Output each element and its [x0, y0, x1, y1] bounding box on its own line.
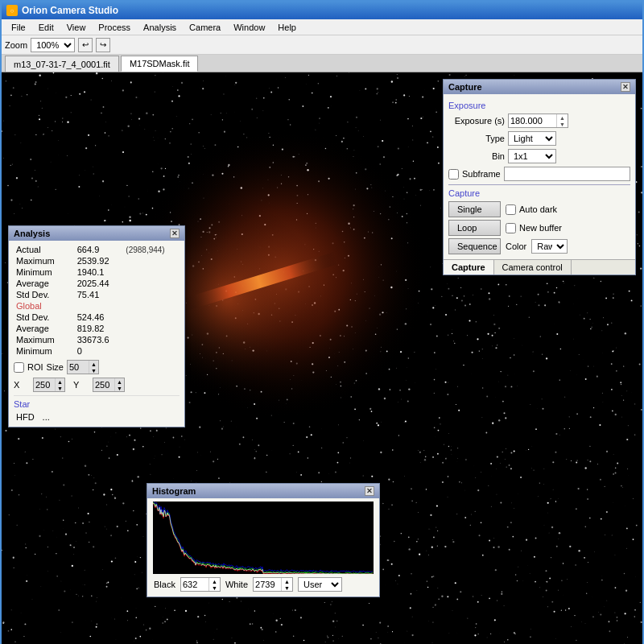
- roi-size-down[interactable]: ▼: [89, 367, 98, 374]
- analysis-panel-close[interactable]: ✕: [170, 229, 180, 238]
- white-spin[interactable]: ▲ ▼: [253, 577, 293, 592]
- sequence-row: Sequence Color Raw RGB R G B: [448, 238, 630, 254]
- histogram-panel: Histogram ✕ Black ▲ ▼ White: [147, 483, 380, 597]
- roi-xy-row: X ▲ ▼ Y ▲ ▼: [14, 378, 180, 392]
- hfd-row: HFD ...: [14, 411, 180, 423]
- global-minimum-value: 0: [69, 345, 124, 357]
- menu-file[interactable]: File: [5, 21, 32, 34]
- capture-panel-close[interactable]: ✕: [621, 82, 630, 92]
- histogram-panel-close[interactable]: ✕: [365, 486, 374, 496]
- capture-panel-header[interactable]: Capture ✕: [444, 80, 635, 94]
- global-maximum-label: Maximum: [14, 334, 69, 345]
- analysis-panel: Analysis ✕ Actual 664.9 (2988,944) Maxim…: [8, 225, 185, 427]
- roi-y-label: Y: [73, 380, 89, 390]
- loop-button[interactable]: Loop: [448, 220, 501, 236]
- menu-help[interactable]: Help: [271, 21, 303, 34]
- tab-camera-control[interactable]: Camera control: [494, 260, 572, 275]
- new-buffer-label: New buffer: [519, 223, 562, 233]
- exposure-input[interactable]: [510, 116, 557, 126]
- exposure-up[interactable]: ▲: [557, 114, 568, 121]
- global-minimum-label: Minimum: [14, 345, 69, 357]
- global-row: Global: [14, 300, 180, 312]
- exposure-label: Exposure (s): [448, 116, 505, 126]
- white-down[interactable]: ▼: [282, 584, 292, 591]
- hfd-value: ...: [43, 412, 50, 422]
- menu-view[interactable]: View: [60, 21, 93, 34]
- roi-size-up[interactable]: ▲: [89, 361, 98, 367]
- single-row: Single Auto dark: [448, 201, 630, 217]
- white-up[interactable]: ▲: [282, 578, 292, 584]
- global-stddev-value: 524.46: [69, 312, 124, 323]
- global-average-label: Average: [14, 323, 69, 334]
- exposure-spin-arrows: ▲ ▼: [556, 114, 568, 127]
- stddev-label: Std Dev.: [14, 289, 69, 300]
- black-input[interactable]: [181, 580, 207, 589]
- roi-y-up[interactable]: ▲: [115, 378, 124, 385]
- tab-capture[interactable]: Capture: [444, 260, 494, 275]
- subframe-input[interactable]: [504, 167, 630, 181]
- single-button[interactable]: Single: [448, 201, 501, 217]
- roi-size-spin-btns: ▲ ▼: [89, 361, 98, 374]
- menu-window[interactable]: Window: [227, 21, 271, 34]
- hfd-label: HFD: [16, 412, 35, 422]
- exposure-down[interactable]: ▼: [557, 121, 568, 127]
- stddev-value: 75.41: [69, 289, 124, 300]
- undo-button[interactable]: ↩: [78, 38, 93, 52]
- roi-y-input[interactable]: [93, 380, 114, 390]
- histogram-panel-header[interactable]: Histogram ✕: [147, 484, 379, 498]
- global-stddev-row: Std Dev. 524.46: [14, 312, 180, 323]
- roi-x-down[interactable]: ▼: [56, 385, 64, 391]
- global-maximum-row: Maximum 33673.6: [14, 334, 180, 345]
- exposure-spin[interactable]: ▲ ▼: [508, 114, 568, 128]
- white-label: White: [225, 580, 248, 589]
- roi-x-input[interactable]: [34, 380, 55, 390]
- auto-dark-label: Auto dark: [519, 204, 557, 214]
- subframe-checkbox[interactable]: [448, 169, 459, 180]
- redo-button[interactable]: ↪: [96, 38, 110, 52]
- roi-size-spin[interactable]: ▲ ▼: [67, 360, 99, 374]
- histogram-panel-body: Black ▲ ▼ White ▲ ▼: [147, 498, 379, 597]
- auto-dark-checkbox[interactable]: [506, 204, 516, 215]
- star-section: Star HFD ...: [14, 395, 180, 423]
- global-stddev-label: Std Dev.: [14, 312, 69, 323]
- app-icon: ○: [6, 5, 18, 16]
- tab-m13[interactable]: m13_07-31-7_4_0001.fit: [5, 56, 119, 72]
- roi-y-spin[interactable]: ▲ ▼: [93, 378, 125, 392]
- maximum-row: Maximum 2539.92: [14, 255, 180, 266]
- roi-x-up[interactable]: ▲: [56, 378, 64, 385]
- tab-m17[interactable]: M17SDMask.fit: [121, 56, 199, 72]
- menu-camera[interactable]: Camera: [183, 21, 227, 34]
- actual-row: Actual 664.9 (2988,944): [14, 244, 180, 255]
- global-average-row: Average 819.82: [14, 323, 180, 334]
- new-buffer-checkbox[interactable]: [506, 223, 516, 233]
- main-content: Capture ✕ Exposure Exposure (s) ▲ ▼: [2, 72, 642, 644]
- capture-buttons: Single Auto dark Loop New buffer: [448, 201, 630, 254]
- bin-select[interactable]: 1x1 2x2 3x3 4x4: [508, 149, 556, 163]
- black-spin[interactable]: ▲ ▼: [180, 577, 221, 592]
- roi-checkbox[interactable]: [14, 362, 24, 373]
- roi-x-spin[interactable]: ▲ ▼: [33, 378, 65, 392]
- black-up[interactable]: ▲: [209, 578, 220, 584]
- roi-size-label: Size: [47, 362, 64, 372]
- black-down[interactable]: ▼: [209, 584, 220, 591]
- roi-y-down[interactable]: ▼: [115, 385, 124, 391]
- zoom-select[interactable]: 100% 50% 200%: [31, 38, 75, 52]
- sequence-button[interactable]: Sequence: [448, 238, 501, 254]
- color-label: Color: [506, 242, 526, 251]
- new-buffer-row: New buffer: [506, 223, 562, 233]
- stretch-select[interactable]: User Linear Log Auto: [298, 577, 342, 592]
- exposure-section-label: Exposure: [448, 101, 630, 110]
- white-input[interactable]: [254, 580, 279, 589]
- actual-value: 664.9: [69, 244, 124, 255]
- color-select[interactable]: Raw RGB R G B: [531, 239, 568, 254]
- menu-analysis[interactable]: Analysis: [137, 21, 183, 34]
- analysis-panel-header[interactable]: Analysis ✕: [9, 226, 184, 241]
- capture-panel-tabs: Capture Camera control: [444, 259, 635, 275]
- type-select[interactable]: Light Dark Flat Bias: [508, 131, 556, 146]
- roi-size-input[interactable]: [68, 362, 89, 372]
- app-window: ○ Orion Camera Studio File Edit View Pro…: [0, 0, 644, 644]
- maximum-value: 2539.92: [69, 255, 124, 266]
- menu-edit[interactable]: Edit: [32, 21, 60, 34]
- menu-process[interactable]: Process: [92, 21, 137, 34]
- roi-row: ROI Size ▲ ▼: [14, 360, 180, 374]
